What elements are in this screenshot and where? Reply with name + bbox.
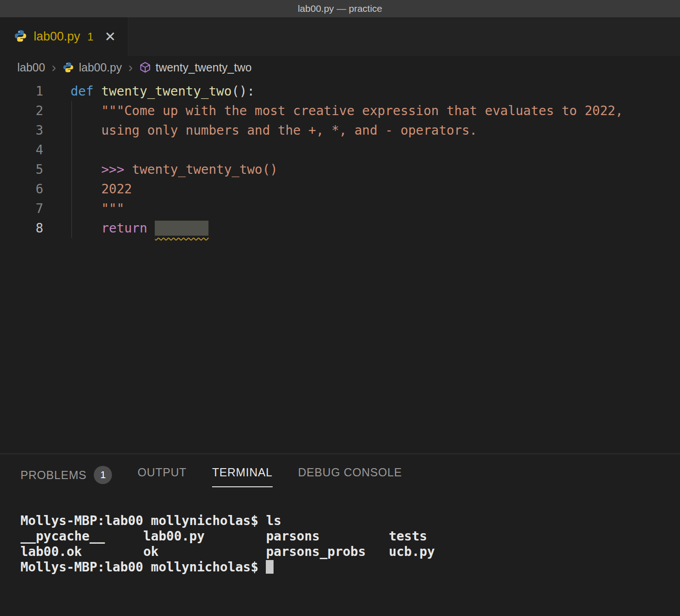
breadcrumb-symbol[interactable]: twenty_twenty_two [139, 61, 252, 74]
code-token [71, 201, 101, 216]
tab-output[interactable]: OUTPUT [137, 466, 187, 487]
tab-debug-console[interactable]: DEBUG CONSOLE [298, 466, 402, 487]
bottom-panel: PROBLEMS 1 OUTPUT TERMINAL DEBUG CONSOLE… [0, 454, 680, 616]
window-title: lab00.py — practice [298, 3, 382, 14]
code-line[interactable]: 4 [0, 140, 680, 160]
line-number: 8 [0, 218, 43, 238]
code-line[interactable]: 5 >>> twenty_twenty_two() [0, 160, 680, 179]
line-number: 7 [0, 199, 43, 218]
breadcrumb: lab00 › lab00.py › twenty_twenty_two [0, 56, 680, 79]
tab-lab00-py[interactable]: lab00.py 1 ✕ [0, 17, 128, 56]
code-token [71, 162, 101, 177]
code-text: using only numbers and the +, *, and - o… [43, 121, 477, 140]
code-line[interactable]: 7 """ [0, 199, 680, 218]
indent-guide [71, 101, 72, 238]
code-token: >>> [101, 162, 124, 177]
terminal-output: Mollys-MBP:lab00 mollynicholas$ ls__pyca… [20, 513, 680, 575]
terminal-line: Mollys-MBP:lab00 mollynicholas$ ls [20, 513, 680, 529]
breadcrumb-folder-label: lab00 [17, 61, 45, 74]
code-token [124, 162, 132, 177]
code-line[interactable]: 6 2022 [0, 179, 680, 199]
code-line[interactable]: 1def twenty_twenty_two(): [0, 81, 680, 101]
selected-region [155, 221, 208, 236]
code-token: def [71, 84, 94, 99]
code-line[interactable]: 3 using only numbers and the +, *, and -… [0, 121, 680, 140]
problems-count-badge: 1 [94, 466, 112, 484]
editor-tab-bar: lab00.py 1 ✕ [0, 17, 680, 56]
cube-icon [139, 61, 151, 73]
tab-problem-count: 1 [87, 30, 93, 43]
code-token [71, 123, 101, 138]
chevron-right-icon: › [127, 61, 134, 74]
breadcrumb-file-label: lab00.py [79, 61, 122, 74]
tab-problems[interactable]: PROBLEMS 1 [20, 466, 112, 492]
close-icon[interactable]: ✕ [104, 30, 116, 44]
code-token: 2022 [101, 182, 132, 197]
code-token: using only numbers and the +, *, and - o… [101, 123, 477, 138]
code-token: twenty_twenty_two [101, 84, 232, 99]
terminal[interactable]: Mollys-MBP:lab00 mollynicholas$ ls__pyca… [0, 492, 680, 575]
code-editor[interactable]: 1def twenty_twenty_two():2 """Come up wi… [0, 79, 680, 454]
tab-terminal[interactable]: TERMINAL [212, 466, 273, 487]
tab-debug-console-label: DEBUG CONSOLE [298, 466, 402, 479]
line-number: 3 [0, 121, 43, 140]
terminal-line: __pycache__ lab00.py parsons tests [20, 529, 680, 544]
tab-terminal-label: TERMINAL [212, 466, 273, 479]
code-text: """Come up with the most creative expres… [43, 101, 623, 121]
window-titlebar: lab00.py — practice [0, 0, 680, 17]
code-token: (): [232, 84, 255, 99]
code-token: """ [101, 201, 124, 216]
python-icon [14, 29, 27, 45]
panel-tab-bar: PROBLEMS 1 OUTPUT TERMINAL DEBUG CONSOLE [0, 454, 680, 492]
tab-label: lab00.py [34, 30, 80, 44]
tab-output-label: OUTPUT [137, 466, 187, 479]
code-line[interactable]: 8 return [0, 218, 680, 238]
code-text: return [43, 218, 208, 238]
terminal-line: lab00.ok ok parsons_probs ucb.py [20, 544, 680, 560]
breadcrumb-folder[interactable]: lab00 [17, 61, 45, 74]
code-text: 2022 [43, 179, 132, 199]
python-icon [62, 61, 74, 73]
chevron-right-icon: › [51, 61, 57, 74]
line-number: 5 [0, 160, 43, 179]
code-text [43, 140, 71, 160]
line-number: 2 [0, 101, 43, 121]
code-token [71, 182, 101, 197]
code-token: twenty_twenty_two() [132, 162, 278, 177]
code-token [94, 84, 101, 99]
code-text: """ [43, 199, 124, 218]
tab-problems-label: PROBLEMS [20, 469, 86, 482]
terminal-line: Mollys-MBP:lab00 mollynicholas$ [20, 560, 680, 575]
code-token [147, 221, 155, 236]
code-text: >>> twenty_twenty_two() [43, 160, 278, 179]
line-number: 6 [0, 179, 43, 199]
code-token [71, 103, 101, 118]
code-token [71, 221, 101, 236]
code-line[interactable]: 2 """Come up with the most creative expr… [0, 101, 680, 121]
code-token: """Come up with the most creative expres… [101, 103, 623, 118]
terminal-cursor [266, 560, 274, 574]
breadcrumb-symbol-label: twenty_twenty_two [156, 61, 252, 74]
breadcrumb-file[interactable]: lab00.py [62, 61, 122, 74]
line-number: 1 [0, 81, 43, 101]
line-number: 4 [0, 140, 43, 160]
editor-lines: 1def twenty_twenty_two():2 """Come up wi… [0, 81, 680, 238]
code-token: return [101, 221, 147, 236]
code-text: def twenty_twenty_two(): [43, 81, 255, 101]
